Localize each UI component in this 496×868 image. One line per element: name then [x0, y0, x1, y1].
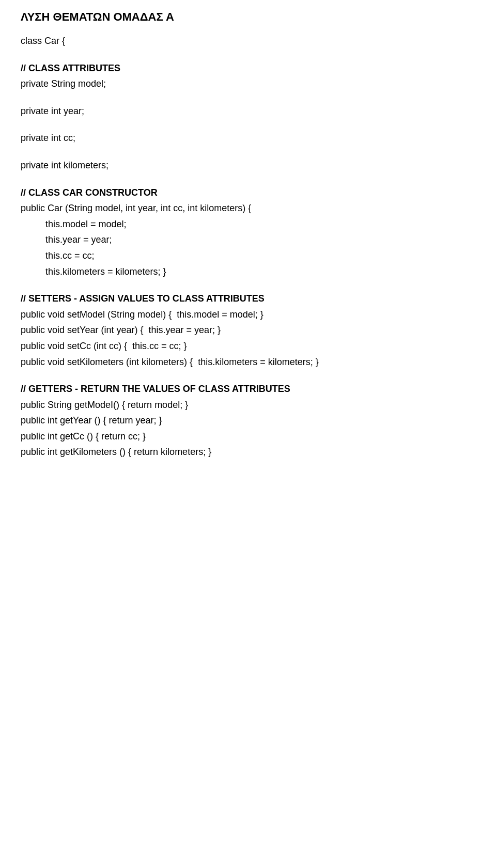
setter-year-line: public void setYear (int year) { this.ye… [21, 322, 475, 338]
getter-km-line: public int getKilometers () { return kil… [21, 444, 475, 460]
setter-model-line: public void setModel (String model) { th… [21, 307, 475, 323]
this-model-line: this.model = model; [21, 216, 475, 232]
page-title: ΛΥΣΗ ΘΕΜΑΤΩΝ ΟΜΑΔΑΣ Α [21, 10, 475, 24]
class-decl-line: class Car { [21, 33, 475, 49]
this-km-line: this.kilometers = kilometers; } [21, 264, 475, 280]
spacer5 [21, 173, 475, 185]
spacer6 [21, 279, 475, 291]
getter-model-line: public String getModeI() { return model;… [21, 397, 475, 413]
attr-model-line: private String model; [21, 76, 475, 92]
attr-cc-line: private int cc; [21, 130, 475, 146]
comment-constructor-line: // CLASS CAR CONSTRUCTOR [21, 185, 475, 201]
code-block: class Car { // CLASS ATTRIBUTES private … [21, 33, 475, 460]
spacer1 [21, 49, 475, 60]
getter-cc-line: public int getCc () { return cc; } [21, 429, 475, 445]
spacer3 [21, 119, 475, 130]
setter-cc-line: public void setCc (int cc) { this.cc = c… [21, 338, 475, 354]
comment-class-attrs-line: // CLASS ATTRIBUTES [21, 60, 475, 76]
constructor-sig-line: public Car (String model, int year, int … [21, 200, 475, 216]
spacer4 [21, 146, 475, 157]
spacer7 [21, 370, 475, 381]
attr-year-line: private int year; [21, 103, 475, 119]
this-cc-line: this.cc = cc; [21, 248, 475, 264]
getter-year-line: public int getYear () { return year; } [21, 413, 475, 429]
comment-setters-line: // SETTERS - ASSIGN VALUES TO CLASS ATTR… [21, 291, 475, 307]
attr-km-line: private int kilometers; [21, 157, 475, 173]
spacer2 [21, 92, 475, 103]
setter-km-line: public void setKilometers (int kilometer… [21, 354, 475, 370]
comment-getters-line: // GETTERS - RETURN THE VALUES OF CLASS … [21, 381, 475, 397]
this-year-line: this.year = year; [21, 232, 475, 248]
